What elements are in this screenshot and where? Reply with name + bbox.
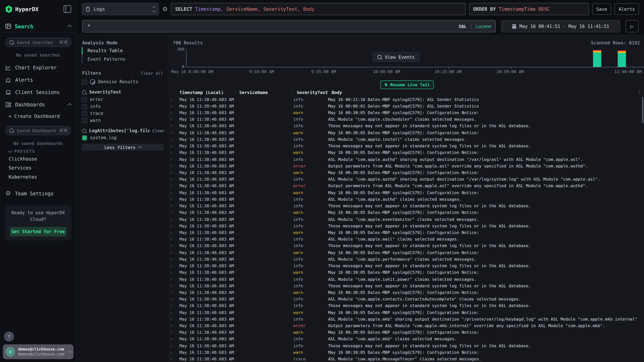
expand-chevron-icon[interactable]: › <box>170 184 180 188</box>
expand-chevron-icon[interactable]: › <box>170 337 180 341</box>
column-resize-handle[interactable]: ⋮ <box>232 90 236 95</box>
log-row[interactable]: ›May 16 11:38:40.683 AMwarnMay 16 00:30:… <box>170 349 638 356</box>
denoise-checkbox[interactable] <box>82 79 87 84</box>
log-row[interactable]: ›May 16 11:38:40.683 AMinfoThose message… <box>170 302 638 309</box>
lucene-mode-toggle[interactable]: Lucene <box>476 24 491 29</box>
expand-chevron-icon[interactable]: › <box>170 117 180 122</box>
sql-mode-toggle[interactable]: SQL <box>459 24 466 29</box>
chevron-up-icon[interactable] <box>68 103 72 107</box>
expand-chevron-icon[interactable]: › <box>170 330 180 335</box>
expand-chevron-icon[interactable]: › <box>170 257 180 261</box>
run-query-button[interactable]: ▷ <box>626 20 639 32</box>
expand-chevron-icon[interactable]: › <box>170 217 180 222</box>
checkbox[interactable] <box>82 118 87 123</box>
histogram-bar[interactable] <box>618 50 626 67</box>
log-row[interactable]: ›May 16 11:38:40.683 AMinfoASL Module "c… <box>170 196 638 203</box>
expand-chevron-icon[interactable]: › <box>170 104 180 108</box>
brand-logo[interactable]: HyperDX <box>5 5 39 13</box>
source-select[interactable]: Logs <box>82 3 159 15</box>
get-started-button[interactable]: Get Started for Free <box>10 227 66 237</box>
log-row[interactable]: ›May 16 11:38:40.683 AMwarnMay 16 00:30:… <box>170 149 638 156</box>
table-options-kebab-icon[interactable]: ⋮ <box>637 89 642 95</box>
sidebar-item-search[interactable]: Search <box>0 20 76 32</box>
expand-chevron-icon[interactable]: › <box>170 323 180 328</box>
expand-chevron-icon[interactable]: › <box>170 97 180 102</box>
log-row[interactable]: ›May 16 11:38:40.683 AMinfoASL Module "c… <box>170 176 638 183</box>
expand-chevron-icon[interactable]: › <box>170 244 180 248</box>
log-row[interactable]: ›May 16 11:38:40.683 AMinfoASL Module "c… <box>170 136 638 143</box>
view-events-button[interactable]: View Events <box>372 52 420 62</box>
checkbox[interactable] <box>82 97 87 102</box>
sidebar-item-chart-explorer[interactable]: Chart Explorer <box>0 61 76 74</box>
log-row[interactable]: ›May 16 11:38:40.683 AMwarnMay 16 00:30:… <box>170 189 638 196</box>
expand-chevron-icon[interactable]: › <box>170 124 180 128</box>
log-row[interactable]: ›May 16 11:38:40.683 AMinfoThose message… <box>170 282 638 289</box>
filter-option-error[interactable]: error <box>82 97 164 102</box>
expand-chevron-icon[interactable]: › <box>170 317 180 321</box>
column-resize-handle[interactable]: ⋮ <box>290 90 294 95</box>
log-row[interactable]: ›May 16 11:38:40.683 AMinfoASL Module "c… <box>170 256 638 263</box>
checkbox-checked[interactable]: ✓ <box>82 135 87 140</box>
log-row[interactable]: ›May 16 11:38:40.683 AMinfoThose message… <box>170 203 638 209</box>
log-row[interactable]: ›May 16 11:38:40.683 AMerrorOutput param… <box>170 322 638 329</box>
log-row[interactable]: ›May 16 11:38:40.683 AMwarnMay 16 00:30:… <box>170 249 638 256</box>
saved-dashboards-input[interactable]: ⌘ K <box>5 126 71 135</box>
log-row[interactable]: ›May 16 11:38:40.683 AMinfoASL Module "c… <box>170 276 638 283</box>
expand-chevron-icon[interactable]: › <box>170 230 180 235</box>
clear-link[interactable]: Clear <box>152 128 164 133</box>
sidebar-collapse-icon[interactable] <box>64 5 71 13</box>
chevron-up-icon[interactable] <box>68 25 72 29</box>
expand-chevron-icon[interactable]: › <box>170 190 180 195</box>
log-row[interactable]: ›May 16 11:38:40.683 AMinfoThose message… <box>170 123 638 129</box>
clear-all-link[interactable]: Clear all <box>141 71 163 76</box>
expand-chevron-icon[interactable]: › <box>170 164 180 168</box>
sidebar-item-client-sessions[interactable]: Client Sessions <box>0 86 76 98</box>
expand-chevron-icon[interactable]: › <box>170 177 180 182</box>
saved-searches-input[interactable]: ⌘ K <box>5 38 71 47</box>
sidebar-item-kubernetes[interactable]: Kubernetes <box>0 172 76 181</box>
expand-chevron-icon[interactable]: › <box>170 150 180 155</box>
expand-chevron-icon[interactable]: › <box>170 357 180 361</box>
log-row[interactable]: ›May 16 11:38:40.683 AMinfoThose message… <box>170 143 638 149</box>
log-row[interactable]: ›May 16 11:38:40.683 AMwarnMay 16 00:30:… <box>170 289 638 296</box>
resume-live-tail-button[interactable]: Resume Live Tail <box>380 80 434 89</box>
expand-chevron-icon[interactable]: › <box>170 290 180 295</box>
log-row[interactable]: ›May 16 11:38:40.683 AMerrorOutput param… <box>170 183 638 189</box>
sidebar-item-team-settings[interactable]: ⚙ Team Settings <box>0 187 76 200</box>
column-header-severitytext[interactable]: ⋮SeverityText <box>293 90 328 95</box>
log-row[interactable]: ›May 16 11:38:40.683 AMwarnMay 16 00:30:… <box>170 309 638 316</box>
log-row[interactable]: ›May 16 11:38:40.683 AMinfoASL Module "c… <box>170 236 638 243</box>
checkbox[interactable] <box>82 111 87 116</box>
checkbox[interactable] <box>82 104 87 109</box>
create-dashboard-button[interactable]: + Create Dashboard <box>0 111 76 121</box>
presets-toggle[interactable]: PRESETS <box>0 146 76 154</box>
expand-chevron-icon[interactable]: › <box>170 197 180 202</box>
log-row[interactable]: ›May 16 11:38:40.683 AMwarnMay 16 00:30:… <box>170 229 638 236</box>
search-query-field[interactable] <box>87 23 455 29</box>
saved-dashboards-field[interactable] <box>16 128 56 133</box>
order-by-input[interactable]: ORDER BY TimestampTime DESC <box>469 3 589 15</box>
expand-chevron-icon[interactable]: › <box>170 224 180 228</box>
expand-chevron-icon[interactable]: › <box>170 204 180 208</box>
search-query-input[interactable]: SQL | Lucene <box>82 20 496 32</box>
saved-searches-field[interactable] <box>16 39 56 45</box>
expand-chevron-icon[interactable]: › <box>170 297 180 301</box>
filter-option-system-log[interactable]: ✓ system.log <box>82 135 164 140</box>
expand-chevron-icon[interactable]: › <box>170 270 180 275</box>
expand-chevron-icon[interactable]: › <box>170 130 180 135</box>
log-row[interactable]: ›May 16 11:38:40.683 AMwarnMay 16 00:30:… <box>170 329 638 336</box>
filter-option-trace[interactable]: trace <box>82 111 164 116</box>
save-button[interactable]: Save <box>592 3 611 15</box>
expand-chevron-icon[interactable]: › <box>170 157 180 162</box>
column-header-timestamp[interactable]: Timestamp (Local) <box>180 90 236 95</box>
log-row[interactable]: ›May 16 11:38:40.683 AMinfoThose message… <box>170 223 638 229</box>
filter-option-info[interactable]: info <box>82 104 164 109</box>
help-button[interactable]: ? <box>4 332 14 341</box>
expand-chevron-icon[interactable]: › <box>170 343 180 348</box>
select-query-input[interactable]: SELECT Timestamp, ServiceName, SeverityT… <box>171 3 466 15</box>
log-row[interactable]: ›May 16 11:38:40.683 AMwarnMay 16 00:30:… <box>170 209 638 216</box>
expand-chevron-icon[interactable]: › <box>170 144 180 148</box>
expand-chevron-icon[interactable]: › <box>170 350 180 355</box>
denoise-filter[interactable]: Denoise Results <box>82 79 164 85</box>
log-row[interactable]: ›May 16 11:38:40.683 AMinfoMay 16 00:21:… <box>170 96 638 103</box>
